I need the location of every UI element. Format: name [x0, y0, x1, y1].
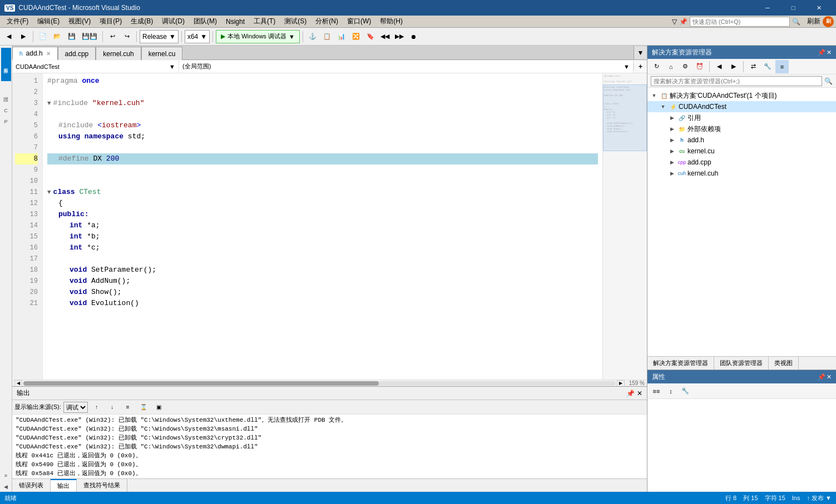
se-props-btn[interactable]: ≡	[775, 60, 789, 73]
se-refresh-btn[interactable]: ↻	[650, 60, 663, 73]
se-tab-solution[interactable]: 解决方案资源管理器	[647, 357, 714, 370]
se-tab-classview[interactable]: 类视图	[769, 357, 799, 370]
sidebar-icon-1[interactable]: 服务	[1, 48, 11, 81]
sidebar-icon-class[interactable]: C	[1, 106, 11, 116]
props-search-btn[interactable]: 🔧	[679, 385, 692, 398]
tree-ext-expander[interactable]: ▶	[667, 126, 676, 132]
tree-addh-expander[interactable]: ▶	[667, 137, 676, 143]
class-dropdown[interactable]: CUDAAndCTest ▼	[12, 61, 179, 73]
tree-project-expander[interactable]: ▼	[659, 104, 667, 109]
member-dropdown[interactable]: (全局范围) ▼	[179, 61, 634, 73]
output-btn-4[interactable]: ⌛	[137, 401, 150, 414]
scroll-right-btn[interactable]: ▶	[617, 380, 625, 387]
se-pin-btn[interactable]: 📌	[818, 49, 825, 56]
menu-debug[interactable]: 调试(D)	[157, 16, 189, 27]
se-home-btn[interactable]: ⌂	[664, 60, 677, 73]
open-button[interactable]: 📂	[51, 30, 64, 43]
horizontal-scrollbar[interactable]: ◀ ▶ 159 %	[12, 380, 647, 386]
menu-tools[interactable]: 工具(T)	[249, 16, 280, 27]
output-btn-5[interactable]: ▣	[152, 401, 166, 414]
menu-build[interactable]: 生成(B)	[126, 16, 157, 27]
se-back-btn[interactable]: ◀	[713, 60, 726, 73]
output-close-btn[interactable]: ✕	[637, 390, 642, 397]
sidebar-icon-prop[interactable]: P	[1, 117, 11, 127]
sidebar-icon-team[interactable]: 团	[1, 82, 11, 104]
quick-launch-input[interactable]	[690, 17, 790, 27]
tree-ref-expander[interactable]: ▶	[667, 115, 676, 121]
tree-kernelcuh[interactable]: ▶ cuh kernel.cuh	[647, 168, 836, 179]
tab-addh[interactable]: h add.h ✕	[12, 47, 58, 60]
sidebar-icon-bottom[interactable]: ≡	[1, 471, 11, 481]
scrollbar-thumb-h[interactable]	[23, 381, 379, 386]
se-sync-btn[interactable]: ⇄	[746, 60, 760, 73]
tab-addcpp[interactable]: add.cpp	[58, 47, 96, 60]
props-sort-btn[interactable]: ↕	[664, 385, 677, 398]
output-source-select[interactable]: 调试	[63, 402, 88, 413]
props-close-btn[interactable]: ✕	[827, 373, 832, 381]
menu-analyze[interactable]: 分析(N)	[311, 16, 343, 27]
close-button[interactable]: ✕	[806, 0, 832, 16]
tree-project[interactable]: ▼ ⚡ CUDAAndCTest	[647, 101, 836, 112]
tree-kernelcu[interactable]: ▶ cu kernel.cu	[647, 146, 836, 157]
tab-error-list[interactable]: 错误列表	[12, 479, 51, 492]
menu-help[interactable]: 帮助(H)	[375, 16, 407, 27]
menu-window[interactable]: 窗口(W)	[343, 16, 375, 27]
menu-view[interactable]: 视图(V)	[64, 16, 95, 27]
debug-button[interactable]: ▶ 本地 Windows 调试器 ▼	[216, 30, 300, 43]
tools-btn-7[interactable]: ⏺	[407, 30, 421, 43]
tree-references[interactable]: ▶ 🔗 引用	[647, 112, 836, 123]
tools-btn-5[interactable]: ◀◀	[378, 30, 392, 43]
tab-kernelcuh[interactable]: kernel.cuh	[96, 47, 141, 60]
back-button[interactable]: ◀	[2, 30, 16, 43]
new-button[interactable]: 📄	[36, 30, 50, 43]
collapse-3[interactable]: ▼	[47, 98, 51, 109]
save-all-button[interactable]: 💾💾	[80, 30, 100, 43]
code-text-area[interactable]: #pragma once ▼ #include "kernel.cuh" #in…	[43, 73, 602, 380]
tools-btn-4[interactable]: 🔖	[364, 30, 377, 43]
se-filter-btn[interactable]: ⚙	[679, 60, 692, 73]
props-list-btn[interactable]: ≡≡	[650, 385, 663, 398]
tree-kernelcuh-expander[interactable]: ▶	[667, 171, 676, 176]
sidebar-icon-arrow[interactable]: ◀	[1, 482, 11, 492]
minimize-button[interactable]: ─	[755, 0, 780, 16]
se-close-btn[interactable]: ✕	[827, 49, 832, 56]
menu-nsight[interactable]: Nsight	[221, 17, 249, 27]
tree-addcpp[interactable]: ▶ cpp add.cpp	[647, 157, 836, 168]
tree-kernelcu-expander[interactable]: ▶	[667, 148, 676, 154]
tools-btn-6[interactable]: ▶▶	[393, 30, 406, 43]
undo-button[interactable]: ↩	[106, 30, 119, 43]
props-pin-btn[interactable]: 📌	[818, 373, 825, 381]
redo-button[interactable]: ↪	[120, 30, 133, 43]
scroll-left-btn[interactable]: ◀	[14, 380, 22, 387]
menu-team[interactable]: 团队(M)	[189, 16, 221, 27]
tools-btn-1[interactable]: 📋	[320, 30, 334, 43]
configuration-dropdown[interactable]: Release ▼	[140, 30, 179, 43]
menu-file[interactable]: 文件(F)	[2, 16, 33, 27]
attach-button[interactable]: ⚓	[306, 30, 319, 43]
collapse-11[interactable]: ▼	[47, 187, 51, 198]
tab-kernelcu[interactable]: kernel.cu	[141, 47, 183, 60]
tree-addh[interactable]: ▶ h add.h	[647, 134, 836, 146]
output-btn-2[interactable]: ↓	[106, 401, 119, 414]
se-tab-team[interactable]: 团队资源管理器	[714, 357, 769, 370]
add-code-button[interactable]: +	[634, 63, 647, 71]
se-clock-btn[interactable]: ⏰	[693, 60, 706, 73]
se-forward-btn[interactable]: ▶	[727, 60, 740, 73]
maximize-button[interactable]: □	[780, 0, 806, 16]
menu-test[interactable]: 测试(S)	[280, 16, 311, 27]
se-new-btn[interactable]: 🔧	[761, 60, 774, 73]
tab-scroll-arrow[interactable]: ▼	[634, 46, 647, 59]
tree-solution[interactable]: ▼ 📋 解决方案'CUDAAndCTest'(1 个项目)	[647, 90, 836, 101]
tree-addcpp-expander[interactable]: ▶	[667, 159, 676, 165]
forward-button[interactable]: ▶	[17, 30, 30, 43]
tab-addh-close[interactable]: ✕	[46, 51, 51, 57]
output-pin-btn[interactable]: 📌	[626, 390, 635, 397]
output-btn-1[interactable]: ↑	[90, 401, 103, 414]
save-button[interactable]: 💾	[65, 30, 78, 43]
tab-output[interactable]: 输出	[51, 479, 77, 492]
tree-external-deps[interactable]: ▶ 📁 外部依赖项	[647, 123, 836, 134]
platform-dropdown[interactable]: x64 ▼	[185, 30, 210, 43]
se-search-input[interactable]	[651, 76, 822, 86]
menu-project[interactable]: 项目(P)	[95, 16, 126, 27]
scrollbar-track-h[interactable]	[23, 381, 616, 386]
